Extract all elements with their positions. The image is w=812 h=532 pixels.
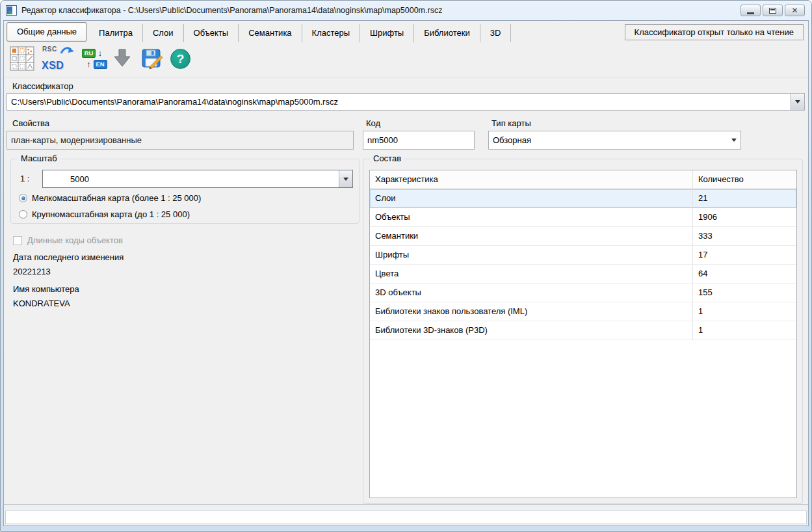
table-row[interactable]: Библиотеки знаков пользователя (IML)1 — [370, 302, 796, 321]
toolbar: RSC XSD RU ↓ ↑ EN — [4, 42, 808, 78]
tab-semantics[interactable]: Семантика — [239, 24, 302, 42]
scale-combobox[interactable]: 5000 — [42, 170, 353, 188]
large-scale-radio[interactable] — [19, 210, 27, 219]
help-button[interactable]: ? — [170, 49, 190, 69]
computer-name-value: KONDRATEVA — [13, 299, 70, 308]
count-cell: 1906 — [693, 208, 796, 226]
arrow-down-icon: ↓ — [98, 49, 103, 57]
long-codes-option: Длинные коды объектов — [13, 235, 123, 245]
table-row[interactable]: 3D объекты155 — [370, 284, 796, 302]
minimize-icon — [747, 12, 754, 14]
map-type-select[interactable]: Обзорная — [488, 131, 741, 150]
table-row[interactable]: Объекты1906 — [370, 208, 796, 227]
code-input[interactable] — [363, 131, 475, 150]
characteristic-cell: Семантики — [370, 227, 693, 245]
scale-prefix: 1 : — [20, 174, 29, 183]
count-cell: 333 — [693, 227, 796, 245]
table-row[interactable]: Цвета64 — [370, 265, 796, 284]
rsc-label: RSC — [42, 46, 57, 53]
tab-palette[interactable]: Палитра — [89, 24, 143, 42]
count-cell: 17 — [693, 246, 796, 264]
tab-objects[interactable]: Объекты — [184, 24, 239, 42]
map-type-label: Тип карты — [491, 118, 531, 128]
content-divider — [4, 504, 808, 505]
composition-table-rows: Слои21Объекты1906Семантики333Шрифты17Цве… — [370, 189, 796, 340]
long-codes-label: Длинные коды объектов — [27, 235, 123, 245]
rsc-to-xsd-icon: RSC XSD — [42, 46, 75, 72]
characteristic-cell: Цвета — [370, 265, 693, 283]
download-arrow-icon — [111, 47, 134, 70]
readonly-notice: Классификатор открыт только на чтение — [625, 24, 804, 40]
question-glyph: ? — [177, 53, 185, 65]
en-badge: EN — [94, 60, 107, 69]
classifier-combobox[interactable]: C:\Users\Public\Documents\Panorama\Panor… — [7, 93, 805, 111]
count-cell: 64 — [693, 265, 796, 283]
column-header-characteristic[interactable]: Характеристика — [370, 170, 693, 189]
count-cell: 21 — [693, 189, 796, 207]
classifier-label: Классификатор — [12, 81, 73, 91]
scale-legend: Масштаб — [18, 153, 60, 163]
help-icon: ? — [170, 49, 190, 69]
minimize-button[interactable] — [740, 5, 761, 16]
map-type-value: Обзорная — [489, 135, 727, 145]
close-button[interactable]: ✕ — [785, 5, 805, 16]
arrow-up-icon: ↑ — [86, 60, 91, 68]
tab-clusters[interactable]: Кластеры — [302, 24, 361, 42]
column-header-count[interactable]: Количество — [693, 170, 796, 189]
count-cell: 1 — [693, 302, 796, 321]
signs-table-button[interactable] — [9, 46, 35, 71]
scale-groupbox: Масштаб 1 : 5000 Мелкомасштабная карта (… — [10, 159, 360, 224]
scale-value: 5000 — [43, 174, 339, 184]
last-modified-value: 20221213 — [13, 267, 51, 276]
tab-fonts[interactable]: Шрифты — [360, 24, 414, 42]
table-row[interactable]: Слои21 — [370, 189, 796, 208]
characteristic-cell: 3D объекты — [370, 284, 693, 302]
window-title: Редактор классификатора - C:\Users\Publi… — [21, 6, 442, 15]
table-row[interactable]: Шрифты17 — [370, 246, 796, 265]
ru-badge: RU — [82, 49, 96, 58]
rsc-to-xsd-button[interactable]: RSC XSD — [42, 46, 75, 72]
characteristic-cell: Слои — [370, 189, 693, 207]
translate-icon: RU ↓ ↑ EN — [82, 48, 104, 69]
composition-table: Характеристика Количество Слои21Объекты1… — [369, 170, 797, 498]
count-cell: 1 — [693, 321, 796, 339]
app-icon — [6, 5, 17, 16]
chevron-down-icon — [795, 100, 800, 103]
maximize-button[interactable] — [763, 5, 783, 16]
small-scale-radio[interactable] — [19, 194, 27, 202]
save-icon — [140, 47, 164, 70]
characteristic-cell: Шрифты — [370, 246, 693, 264]
title-bar: Редактор классификатора - C:\Users\Publi… — [1, 1, 811, 20]
tab-general[interactable]: Общие данные — [7, 22, 87, 42]
large-scale-option[interactable]: Крупномасштабная карта (до 1 : 25 000) — [19, 209, 190, 219]
tab-3d[interactable]: 3D — [480, 24, 512, 42]
maximize-icon — [769, 8, 776, 14]
composition-table-header: Характеристика Количество — [370, 170, 796, 189]
translate-ru-en-button[interactable]: RU ↓ ↑ EN — [82, 48, 104, 69]
classifier-dropdown-button[interactable] — [791, 94, 804, 110]
count-cell: 155 — [693, 284, 796, 302]
status-bar — [5, 511, 807, 524]
application-window: Редактор классификатора - C:\Users\Publi… — [0, 0, 812, 532]
table-row[interactable]: Семантики333 — [370, 227, 796, 246]
characteristic-cell: Библиотеки 3D-знаков (P3D) — [370, 321, 693, 339]
table-row[interactable]: Библиотеки 3D-знаков (P3D)1 — [370, 321, 796, 340]
last-modified-label: Дата последнего изменения — [13, 252, 124, 262]
large-scale-label: Крупномасштабная карта (до 1 : 25 000) — [32, 209, 190, 219]
small-scale-option[interactable]: Мелкомасштабная карта (более 1 : 25 000) — [19, 193, 201, 203]
long-codes-checkbox — [13, 236, 22, 245]
tab-layers[interactable]: Слои — [143, 24, 184, 42]
tab-libraries[interactable]: Библиотеки — [414, 24, 480, 42]
chevron-down-icon — [343, 178, 348, 181]
close-icon: ✕ — [791, 7, 798, 14]
code-label: Код — [366, 118, 380, 128]
scale-dropdown-button[interactable] — [339, 170, 352, 187]
composition-legend: Состав — [370, 153, 404, 163]
xsd-label: XSD — [42, 60, 64, 72]
load-button[interactable] — [111, 47, 134, 70]
signs-table-icon — [9, 46, 35, 71]
computer-name-label: Имя компьютера — [13, 284, 79, 294]
chevron-down-icon — [731, 139, 737, 142]
classifier-value: C:\Users\Public\Documents\Panorama\Panor… — [7, 97, 791, 107]
save-button[interactable] — [140, 47, 164, 70]
